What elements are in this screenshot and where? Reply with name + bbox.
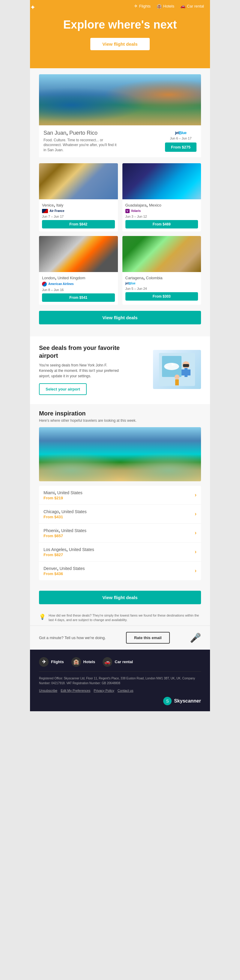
svg-rect-6 — [183, 364, 189, 367]
airfrance-logo-icon — [42, 209, 48, 213]
inspiration-subtitle: Here's where other hopeful travelers are… — [39, 418, 201, 423]
svg-rect-11 — [175, 379, 179, 385]
inspiration-item-phoenix[interactable]: Phoenix, United States From $657 › — [39, 524, 201, 542]
unsubscribe-link[interactable]: Unsubscribe — [39, 689, 57, 692]
cartagena-image — [122, 236, 201, 272]
edit-preferences-link[interactable]: Edit My Preferences — [61, 689, 90, 692]
footer-nav-carrental[interactable]: 🚗 Car rental — [103, 657, 133, 667]
footer-brand: S Skyscanner — [39, 697, 201, 705]
venice-city: Venice, Italy — [42, 202, 115, 207]
london-price-button[interactable]: From $541 — [42, 293, 115, 302]
microphone-icon: 🎤 — [190, 633, 201, 643]
miami-price: From $219 — [44, 496, 82, 500]
venice-dates: Jun 7 – Jun 17 — [42, 215, 115, 218]
header-hero: Explore where's next View flight deals — [30, 12, 210, 59]
email-header: ✦ ✈ Flights 🏨 Hotels 🚗 Car rental Explor… — [30, 0, 210, 68]
nav-flights[interactable]: ✈ Flights — [134, 3, 151, 8]
hotels-nav-icon: 🏨 — [156, 3, 162, 8]
sanjuan-price-button[interactable]: From $275 — [165, 143, 196, 152]
select-airport-button[interactable]: Select your airport — [39, 383, 87, 395]
destinations-grid: Venice, Italy Air France Jun 7 – Jun 17 … — [39, 163, 201, 305]
miami-chevron-icon: › — [195, 492, 196, 498]
sanjuan-text: San Juan, Puerto Rico Food. Culture. Tim… — [44, 130, 118, 153]
airport-illustration — [153, 350, 201, 389]
sanjuan-airline-logo: jetBlue — [165, 130, 196, 135]
disclaimer-text: 💡 How did we find these deals? They're s… — [39, 613, 201, 622]
inspiration-item-losangeles[interactable]: Los Angeles, United States From $827 › — [39, 542, 201, 562]
sanjuan-dates: Jun 6 – Jun 17 — [165, 137, 196, 140]
airport-text: See deals from your favorite airport You… — [39, 344, 123, 395]
destination-card-cartagena: Cartagena, Colombia jetBlue Jun 5 – Jun … — [122, 236, 201, 305]
airport-title: See deals from your favorite airport — [39, 344, 123, 360]
cartagena-city: Cartagena, Colombia — [125, 275, 198, 280]
nav-car-rental[interactable]: 🚗 Car rental — [180, 3, 204, 8]
phoenix-price: From $657 — [44, 534, 87, 538]
losangeles-price: From $827 — [44, 552, 94, 557]
destinations-section: San Juan, Puerto Rico Food. Culture. Tim… — [30, 68, 210, 336]
rate-email-button[interactable]: Rate this email — [126, 632, 170, 644]
nav-flights-label: Flights — [139, 4, 151, 8]
lightbulb-icon: 💡 — [39, 613, 46, 621]
venice-airline-row: Air France — [42, 209, 115, 213]
inspiration-title: More inspiration — [39, 410, 201, 417]
skyscanner-brand-name: Skyscanner — [174, 698, 201, 704]
footer-info: 💡 How did we find these deals? They're s… — [30, 609, 210, 625]
denver-text: Denver, United States From $436 — [44, 566, 85, 576]
venice-airline: Air France — [49, 209, 64, 213]
dark-footer: ✈ Flights 🏨 Hotels 🚗 Car rental Register… — [30, 650, 210, 711]
footer-carrental-label: Car rental — [115, 660, 133, 664]
nav-car-rental-label: Car rental — [187, 4, 204, 8]
destination-card-guadalajara: Guadalajara, Mexico V Volaris Jun 3 – Ju… — [122, 163, 201, 231]
inspiration-item-miami[interactable]: Miami, United States From $219 › — [39, 486, 201, 505]
footer-flights-label: Flights — [51, 660, 64, 664]
guadalajara-airline: Volaris — [131, 209, 141, 213]
chicago-price: From $431 — [44, 515, 87, 519]
header-triangle — [30, 59, 210, 68]
chicago-chevron-icon: › — [195, 511, 196, 517]
footer-hotels-icon: 🏨 — [71, 657, 81, 667]
phoenix-chevron-icon: › — [195, 530, 196, 536]
losangeles-chevron-icon: › — [195, 549, 196, 555]
phoenix-text: Phoenix, United States From $657 — [44, 528, 87, 538]
footer-links: Unsubscribe Edit My Preferences Privacy … — [39, 689, 201, 692]
guadalajara-dates: Jun 3 – Jun 12 — [125, 215, 198, 218]
svg-rect-9 — [188, 369, 191, 375]
sanjuan-description: Food. Culture. Time to reconnect... or d… — [44, 138, 118, 153]
dark-footer-nav: ✈ Flights 🏨 Hotels 🚗 Car rental — [39, 657, 201, 671]
hero-cta-button[interactable]: View flight deals — [90, 38, 149, 50]
sanjuan-price-block: jetBlue Jun 6 – Jun 17 From $275 — [165, 130, 196, 152]
losangeles-text: Los Angeles, United States From $827 — [44, 547, 94, 557]
skyscanner-brand-icon: S — [163, 697, 172, 705]
airport-section: See deals from your favorite airport You… — [30, 336, 210, 402]
contact-us-link[interactable]: Contact us — [118, 689, 134, 692]
sanjuan-image — [39, 74, 201, 126]
aa-logo-icon — [42, 282, 47, 286]
view-deals-button[interactable]: View flight deals — [39, 311, 201, 325]
skyscanner-sun-icon: ✦ — [30, 3, 35, 11]
inspiration-item-chicago[interactable]: Chicago, United States From $431 › — [39, 505, 201, 524]
nav-hotels[interactable]: 🏨 Hotels — [156, 3, 174, 8]
venice-body: Venice, Italy Air France Jun 7 – Jun 17 … — [39, 199, 118, 231]
cartagena-dates: Jun 5 – Jun 24 — [125, 287, 198, 290]
footer-nav-flights[interactable]: ✈ Flights — [39, 657, 64, 667]
footer-carrental-icon: 🚗 — [103, 657, 112, 667]
flights-nav-icon: ✈ — [134, 3, 138, 8]
privacy-policy-link[interactable]: Privacy Policy — [93, 689, 114, 692]
guadalajara-price-button[interactable]: From $469 — [125, 220, 198, 229]
bottom-view-deals-button[interactable]: View flight deals — [39, 591, 201, 604]
venice-image — [39, 163, 118, 199]
london-airline: American Airlines — [48, 282, 74, 286]
venice-price-button[interactable]: From $842 — [42, 220, 115, 229]
inspiration-item-denver[interactable]: Denver, United States From $436 › — [39, 562, 201, 580]
london-body: London, United Kingdom American Airlines… — [39, 272, 118, 305]
volaris-logo-icon: V — [125, 209, 129, 213]
rate-prompt: Got a minute? Tell us how we're doing. — [39, 635, 106, 640]
header-nav: ✦ ✈ Flights 🏨 Hotels 🚗 Car rental — [30, 0, 210, 12]
footer-nav-hotels[interactable]: 🏨 Hotels — [71, 657, 95, 667]
denver-price: From $436 — [44, 571, 85, 576]
destination-card-venice: Venice, Italy Air France Jun 7 – Jun 17 … — [39, 163, 118, 231]
footer-flights-icon: ✈ — [39, 657, 49, 667]
hero-title: Explore where's next — [39, 18, 201, 32]
footer-legal-text: Registered Office: Skyscanner Ltd, Floor… — [39, 676, 201, 686]
cartagena-price-button[interactable]: From $303 — [125, 292, 198, 301]
